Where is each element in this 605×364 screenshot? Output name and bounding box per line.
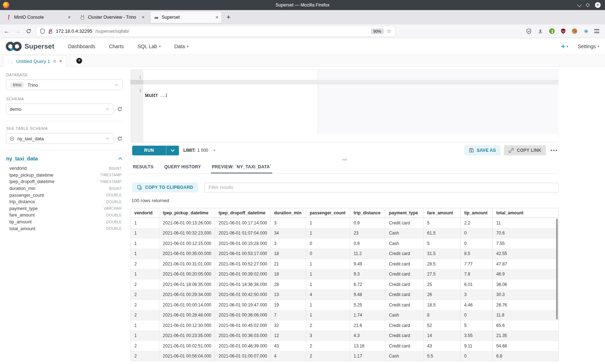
column-name: trip_distance [9,199,106,204]
table-scrollbar[interactable] [556,219,558,319]
table-cell: 47.87 [493,259,558,269]
window-close-button[interactable]: ✕ [595,2,601,8]
add-query-tab-button[interactable]: + [76,58,82,64]
nav-data[interactable]: Data▾ [174,44,188,49]
table-cell: Credit card [385,320,424,331]
nav-sql-lab[interactable]: SQL Lab▾ [138,44,161,49]
superset-logo[interactable] [6,42,22,51]
tab-query-history[interactable]: QUERY HISTORY [163,161,202,173]
save-as-button[interactable]: SAVE AS [464,145,501,155]
refresh-tables-icon[interactable] [117,136,122,141]
table-cell: 18 [270,269,306,279]
close-query-tab-icon[interactable]: ✕ [59,59,62,64]
extension-green-icon[interactable] [549,28,555,34]
table-cell: 12 [270,331,306,341]
shield-icon[interactable] [40,28,45,34]
cookie-extension-icon[interactable] [572,28,577,34]
schema-select[interactable]: demo [6,104,113,114]
downloads-icon[interactable] [538,28,543,34]
tab-close-icon[interactable]: ✕ [68,15,71,20]
column-header[interactable]: vendorid [131,208,159,218]
window-maximize-button[interactable] [586,3,590,7]
zoom-level-badge[interactable]: 90% [371,28,384,34]
results-tabbar: RESULTS QUERY HISTORY PREVIEW: `NY_TAXI_… [130,161,559,174]
column-header[interactable]: fare_amount [424,208,461,218]
query-tab[interactable]: ⋮⋮ Untitled Query 1 ✕ [3,55,66,67]
table-cell: Cash [385,228,424,238]
insecure-lock-icon[interactable] [48,28,53,34]
table-row: 22021-06-01 00:02:51.0002021-06-01 00:46… [131,341,558,351]
table-column-item: total_amount DOUBLE [6,225,122,232]
window-titlebar: Superset — Mozilla Firefox ✕ [0,0,605,10]
table-cell: 2021-06-01 00:35:00.000 [159,249,215,259]
run-query-button[interactable]: RUN [132,146,179,155]
table-cell: 2021-06-01 18:08:35.000 [159,279,215,290]
browser-tab-superset[interactable]: ∞ Superset ✕ [151,12,221,23]
table-cell: 2 [131,259,159,269]
tab-results[interactable]: RESULTS [132,161,154,173]
add-new-button[interactable]: + ▾ [561,43,568,50]
column-header[interactable]: tip_amount [461,208,493,218]
nav-charts[interactable]: Charts [109,44,124,49]
url-bar[interactable]: 172.18.0.4:32295/superset/sqllab/ 90% ☆ [36,26,395,36]
window-minimize-button[interactable] [577,2,582,7]
nav-settings[interactable]: Settings▾ [578,44,599,49]
browser-tab-trino[interactable]: Cluster Overview - Trino ✕ [77,12,148,23]
copy-link-button[interactable]: COPY LINK [504,145,546,155]
database-select[interactable]: trino Trino [6,79,122,90]
run-label[interactable]: RUN [132,146,166,155]
refresh-schemas-icon[interactable] [117,106,122,112]
new-tab-button[interactable]: + [227,14,230,21]
table-cell: 1 [131,228,159,238]
chevron-down-icon [115,84,118,86]
column-header[interactable]: payment_type [385,208,424,218]
table-row: 12021-06-01 00:12:15.0002021-06-01 00:15… [131,238,558,249]
column-type: DOUBLE [106,200,122,204]
menu-hamburger-icon[interactable] [594,29,599,33]
column-header[interactable]: duration_min [270,208,306,218]
extension-asterisk-icon[interactable]: ✳ [583,28,588,34]
tab-close-icon[interactable]: ✕ [215,15,219,20]
more-options-button[interactable] [549,150,559,151]
sql-editor[interactable]: 1 -- Note: Unless you save your query, t… [130,69,559,142]
bookmark-star-icon[interactable]: ☆ [387,28,391,35]
table-cell: 9.3 [350,269,385,279]
divider [5,121,123,121]
column-header[interactable]: passenger_count [306,208,350,218]
copy-to-clipboard-button[interactable]: COPY TO CLIPBOARD [132,182,198,192]
table-cell: 18 [270,249,306,259]
brand-name[interactable]: Superset [24,42,54,50]
forward-button[interactable]: → [15,28,21,34]
filter-results-input[interactable] [205,183,559,192]
table-cell: 54.66 [493,341,558,351]
column-header[interactable]: tpep_dropoff_datetime [215,208,270,218]
tab-preview[interactable]: PREVIEW: `NY_TAXI_DATA` [211,161,272,173]
table-schema-title[interactable]: ny_taxi_data [6,156,118,161]
column-header[interactable]: trip_distance [350,208,385,218]
sql-text: ... [158,94,166,97]
reload-button[interactable] [26,28,31,34]
protection-shield-icon[interactable] [526,28,532,34]
table-cell: 2 [131,341,159,351]
column-header[interactable]: total_amount [493,208,558,218]
rows-returned-text: 100 rows returned [131,198,559,203]
ublock-icon[interactable] [561,28,566,34]
back-button[interactable]: ← [4,28,10,34]
browser-tab-minio[interactable]: MinIO Console ✕ [3,12,74,23]
query-tab-label: Untitled Query 1 [16,59,50,64]
table-cell: Credit card [385,249,424,259]
table-row: 12021-06-01 00:12:30.0002021-06-01 00:45… [131,320,558,331]
drag-handle-icon[interactable]: ⋮⋮ [7,59,13,64]
run-dropdown-button[interactable] [166,146,179,155]
collapse-chevron-up-icon[interactable] [118,157,122,160]
tab-close-icon[interactable]: ✕ [142,15,145,20]
table-select[interactable]: ny_taxi_data [6,133,113,144]
nav-dashboards[interactable]: Dashboards [68,44,95,49]
table-cell: 1 [131,218,159,228]
limit-dropdown[interactable]: LIMIT: 1 000 ▾ [183,148,215,153]
table-cell: 0 [306,249,350,259]
table-cell: 65.6 [493,320,558,331]
column-header[interactable]: tpep_pickup_datetime [159,208,215,218]
table-cell: 8 [424,310,461,320]
pane-resize-handle[interactable] [130,158,559,161]
